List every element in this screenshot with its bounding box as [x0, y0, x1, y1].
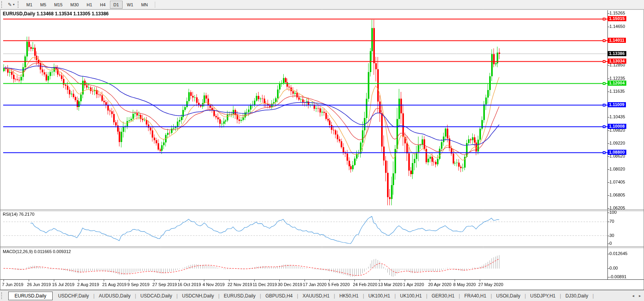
tab-divider: |	[135, 293, 136, 299]
toolbar-grip[interactable]	[18, 1, 20, 8]
chart-tab-hk50-h1[interactable]: HK50,H1	[336, 292, 363, 300]
tab-divider: |	[176, 293, 178, 299]
tab-divider: |	[593, 293, 594, 299]
chart-tab-eurusd-daily[interactable]: EURUSD,Daily	[8, 292, 53, 300]
chart-tab-usdcad-daily[interactable]: USDCAD,Daily	[136, 292, 176, 300]
pen-chart-icon: ✎	[8, 2, 12, 7]
chart-tabs: EURUSD,DailyUSDCHF,Daily|AUDUSD,Daily|US…	[6, 292, 594, 300]
timeframe-button-w1[interactable]: W1	[123, 1, 137, 9]
chart-tab-fra40-h1[interactable]: FRA40,H1	[461, 292, 490, 300]
tab-divider: |	[334, 293, 335, 299]
tab-divider: |	[459, 293, 460, 299]
toolbar-grip[interactable]	[1, 1, 4, 8]
timeframe-button-m30[interactable]: M30	[67, 1, 82, 9]
chart-canvas[interactable]	[0, 0, 644, 301]
top-toolbar: ✎ ▾ M1M5M15M30H1H4D1W1MN	[0, 0, 644, 9]
chart-tab-gbpusd-h4[interactable]: GBPUSD,H4	[261, 292, 296, 300]
chart-tab-usdcnh-daily[interactable]: USDCNH,Daily	[178, 292, 218, 300]
chart-tab-eurusd-daily[interactable]: EURUSD,Daily	[220, 292, 260, 300]
chart-tab-usdchf-daily[interactable]: USDCHF,Daily	[54, 292, 93, 300]
tab-divider: |	[491, 293, 492, 299]
timeframe-toolbar: M1M5M15M30H1H4D1W1MN	[22, 1, 152, 9]
timeframe-button-m5[interactable]: M5	[37, 1, 50, 9]
chart-tab-uk100-h1[interactable]: UK100,H1	[365, 292, 394, 300]
tab-divider: |	[218, 293, 219, 299]
tab-divider: |	[297, 293, 298, 299]
tab-divider: |	[525, 293, 526, 299]
timeframe-button-h1[interactable]: H1	[83, 1, 95, 9]
tab-scroll-right-icon[interactable]: ▸	[639, 294, 641, 298]
timeframe-button-h4[interactable]: H4	[97, 1, 109, 9]
tab-scroll-left-icon[interactable]: ◂	[632, 294, 634, 298]
chart-tool-button[interactable]: ✎ ▾	[6, 1, 17, 8]
timeframe-button-d1[interactable]: D1	[110, 1, 123, 9]
timeframe-button-m15[interactable]: M15	[51, 1, 66, 9]
tabbar-grip[interactable]	[1, 292, 4, 299]
toolbar-separator	[155, 2, 155, 8]
tab-divider: |	[93, 293, 94, 299]
chart-tab-ger30-h1[interactable]: GER30,H1	[428, 292, 459, 300]
chart-tab-xauusd-h1[interactable]: XAUUSD,H1	[299, 292, 334, 300]
timeframe-button-mn[interactable]: MN	[138, 1, 151, 9]
chart-tab-dj30-daily[interactable]: DJ30,Daily	[561, 292, 592, 300]
tab-divider: |	[426, 293, 427, 299]
chevron-down-icon: ▾	[13, 3, 15, 6]
tab-divider: |	[560, 293, 561, 299]
chart-tab-bar: EURUSD,DailyUSDCHF,Daily|AUDUSD,Daily|US…	[0, 290, 644, 301]
tab-divider: |	[260, 293, 261, 299]
chart-tab-audusd-daily[interactable]: AUDUSD,Daily	[95, 292, 135, 300]
chart-tab-usoil-daily[interactable]: USOil,Daily	[492, 292, 524, 300]
chart-tab-usdjpy-h1[interactable]: USDJPY,H1	[526, 292, 559, 300]
timeframe-button-m1[interactable]: M1	[23, 1, 36, 9]
tab-divider: |	[394, 293, 396, 299]
chart-tab-uk100-h1[interactable]: UK100,H1	[396, 292, 426, 300]
tab-divider: |	[363, 293, 364, 299]
